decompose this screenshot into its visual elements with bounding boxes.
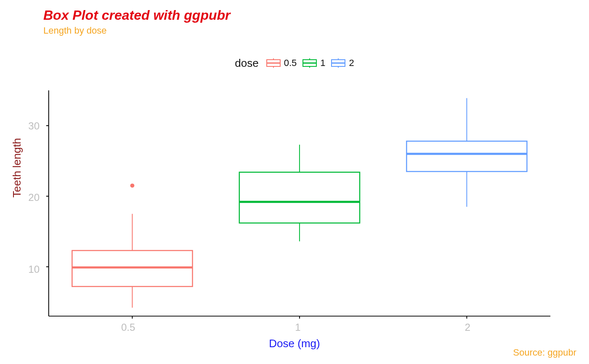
chart-subtitle: Length by dose — [43, 25, 106, 36]
chart-caption: Source: ggpubr — [513, 347, 576, 358]
legend-item-1: 1 — [302, 58, 325, 69]
y-tick-label: 20 — [14, 192, 40, 203]
svg-rect-28 — [406, 141, 527, 171]
svg-point-21 — [130, 184, 135, 188]
y-tick-label: 10 — [14, 264, 40, 275]
boxplot-svg — [43, 90, 552, 319]
legend-item-2: 2 — [331, 58, 354, 69]
y-tick-label: 30 — [14, 120, 40, 132]
legend-key-icon — [331, 58, 345, 68]
legend-label: 1 — [320, 58, 325, 69]
y-axis-label: Teeth length — [11, 138, 24, 198]
legend-item-0.5: 0.5 — [266, 58, 297, 69]
legend-key-icon — [302, 58, 317, 68]
legend: dose 0.5 1 2 — [0, 55, 589, 71]
legend-title: dose — [235, 57, 258, 70]
legend-label: 0.5 — [284, 58, 297, 69]
svg-rect-24 — [239, 172, 360, 223]
x-axis-label: Dose (mg) — [269, 337, 320, 350]
chart-title: Box Plot created with ggpubr — [43, 8, 230, 23]
plot-area — [43, 90, 552, 319]
x-tick-label: 0.5 — [121, 322, 135, 333]
svg-rect-19 — [72, 251, 192, 287]
x-tick-label: 2 — [465, 322, 470, 333]
legend-key-icon — [266, 58, 281, 68]
legend-label: 2 — [349, 58, 354, 69]
x-tick-label: 1 — [295, 322, 300, 333]
